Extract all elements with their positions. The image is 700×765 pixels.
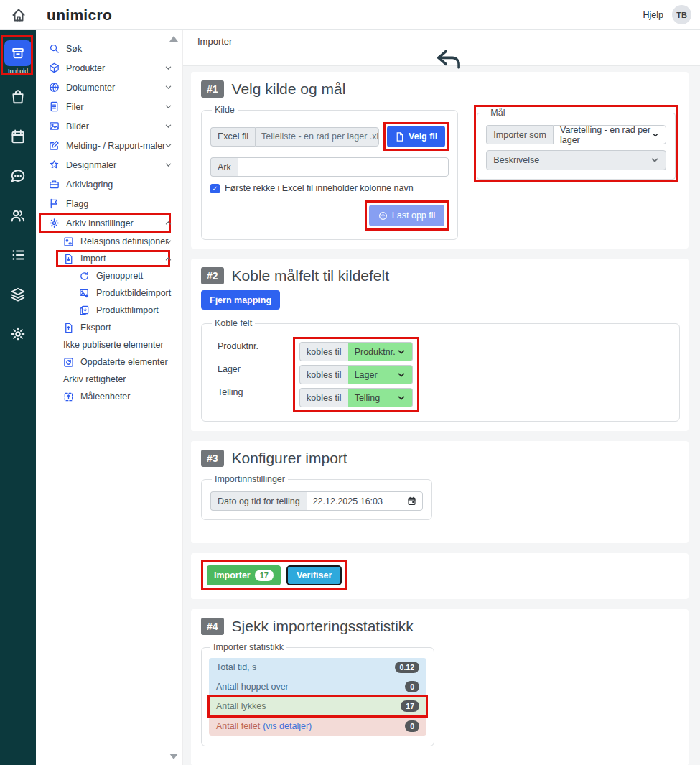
fjern-mapping-button[interactable]: Fjern mapping — [201, 290, 280, 310]
sidebar-item-label: Produktfilimport — [96, 305, 159, 315]
chevron-down-icon — [397, 348, 406, 356]
stat-value-badge: 0 — [405, 720, 419, 732]
stat-row: Antall lykkes17 — [209, 697, 426, 716]
importer-count-badge: 17 — [255, 570, 274, 581]
section-number-badge: #1 — [201, 80, 224, 98]
checkbox-label: Første rekke i Excel fil inneholder kolo… — [225, 183, 414, 193]
section-statistikk: #4 Sjekk importeringsstatistikk Importer… — [191, 609, 689, 765]
sidebar-item-eksport[interactable]: Eksport — [36, 319, 182, 336]
sidebar-item-oppdaterte-elementer[interactable]: Oppdaterte elementer — [36, 353, 182, 371]
section-number-badge: #2 — [201, 267, 224, 284]
sidebar-item-bilder[interactable]: Bilder — [36, 116, 182, 136]
help-link[interactable]: Hjelp — [643, 10, 664, 20]
sidebar-item-arkiv-innstillinger[interactable]: Arkiv innstillinger — [36, 213, 182, 233]
home-icon[interactable] — [11, 7, 27, 23]
rail-item-innhold[interactable]: Innhold — [0, 30, 36, 78]
sidebar-item-label: Eksport — [80, 323, 111, 333]
beskrivelse-collapse[interactable]: Beskrivelse — [486, 150, 666, 170]
sidebar-item-relasjons-definisjoner[interactable]: Relasjons definisjoner — [36, 233, 182, 250]
scroll-down-icon[interactable] — [169, 754, 178, 759]
ark-input[interactable] — [238, 157, 449, 177]
excel-fil-label: Excel fil — [210, 127, 255, 147]
sidebar-item-dokumenter[interactable]: Dokumenter — [36, 78, 182, 97]
chat-icon[interactable] — [10, 168, 26, 184]
section-koble-felt: #2 Koble målfelt til kildefelt Fjern map… — [191, 259, 689, 431]
cube-icon — [49, 62, 60, 73]
chevron-down-icon — [164, 142, 172, 149]
section-number-badge: #4 — [201, 618, 224, 635]
target-field-label: Produktnr. — [218, 341, 293, 361]
sidebar-item-import[interactable]: Import — [36, 250, 182, 267]
sidebar-item-filer[interactable]: Filer — [36, 97, 182, 116]
sidebar-item-label: Søk — [66, 44, 82, 54]
annotation-box: Mål Importer som Varetelling - en rad pe… — [474, 105, 678, 182]
calendar-icon[interactable] — [10, 129, 26, 144]
section-konfigurer: #3 Konfigurer import Importinnstillinger… — [191, 441, 689, 543]
stat-label: Antall feilet — [216, 721, 260, 731]
section-number-badge: #3 — [201, 450, 224, 467]
sidebar-item-flagg[interactable]: Flagg — [36, 194, 182, 213]
brand-logo[interactable]: unimicro — [47, 6, 112, 24]
velg-fil-button[interactable]: Velg fil — [387, 126, 445, 147]
date-input[interactable]: 22.12.2025 16:03 — [307, 491, 423, 511]
chevron-down-icon — [397, 371, 406, 379]
main-header: Importer — [183, 30, 700, 66]
sidebar-item-label: Import — [80, 254, 106, 264]
chevron-down-icon — [164, 103, 172, 111]
mapping-select-telling[interactable]: Telling — [348, 388, 413, 407]
importer-som-select[interactable]: Varetelling - en rad per lager — [553, 125, 666, 144]
user-avatar[interactable]: TB — [672, 5, 691, 24]
chevron-down-icon — [397, 394, 406, 402]
sidebar-item-produkter[interactable]: Produkter — [36, 58, 182, 78]
sidebar-item-arkivlagring[interactable]: Arkivlagring — [36, 175, 182, 194]
sidebar-item-label: Gjenopprett — [96, 271, 143, 281]
sidebar-nav: SøkProdukterDokumenterFilerBilderMelding… — [36, 30, 182, 405]
actions-bar: Importer 17 Verifiser — [191, 553, 689, 599]
importer-button[interactable]: Importer 17 — [207, 565, 281, 585]
chevron-up-icon — [164, 255, 172, 263]
kilde-fieldset: Kilde Excel fil Telleliste - en rad per … — [201, 105, 458, 240]
shopping-bag-icon[interactable] — [10, 89, 26, 105]
koble-felt-fieldset: Koble felt Produktnr.LagerTelling kobles… — [201, 318, 680, 422]
sidebar-item-melding-rapport-maler[interactable]: Melding- / Rapport-maler — [36, 136, 182, 155]
vis-detaljer-link[interactable]: (vis detaljer) — [263, 721, 312, 731]
ark-label: Ark — [210, 157, 238, 177]
relation-icon — [63, 236, 74, 247]
sidebar-item-label: Designmaler — [66, 160, 116, 170]
first-row-checkbox[interactable]: ✓ — [210, 184, 220, 193]
gear-icon[interactable] — [10, 326, 26, 342]
sidebar-item-måleenheter[interactable]: Måleenheter — [36, 388, 182, 405]
sidebar-item-produktbildeimport[interactable]: Produktbildeimport — [36, 284, 182, 302]
importinnstillinger-fieldset: Importinnstillinger Dato og tid for tell… — [201, 474, 432, 520]
sidebar-item-søk[interactable]: Søk — [36, 39, 182, 58]
stat-row: Total tid, s0.12 — [209, 658, 426, 677]
sidebar-item-label: Dokumenter — [66, 83, 115, 93]
kobles-til-label: kobles til — [299, 342, 348, 361]
flag-icon — [49, 198, 60, 209]
annotation-box: Importer 17 Verifiser — [201, 560, 347, 590]
verifiser-button[interactable]: Verifiser — [286, 565, 342, 585]
sidebar-item-arkiv-rettigheter[interactable]: Arkiv rettigheter — [36, 371, 182, 388]
restore-icon — [79, 271, 90, 282]
sidebar-item-label: Oppdaterte elementer — [80, 357, 168, 367]
sidebar-item-label: Arkiv innstillinger — [66, 218, 134, 228]
tasks-icon[interactable] — [10, 247, 26, 263]
refresh-square-icon — [63, 357, 74, 368]
sidebar-item-ikke-publiserte-elementer[interactable]: Ikke publiserte elementer — [36, 336, 182, 353]
annotation-box: Velg fil — [383, 122, 449, 151]
mapping-select-produktnr[interactable]: Produktnr. — [348, 342, 413, 361]
calendar-icon[interactable] — [407, 496, 416, 506]
sidebar-item-gjenopprett[interactable]: Gjenopprett — [36, 267, 182, 284]
chevron-up-icon — [164, 219, 172, 227]
target-field-label: Lager — [218, 364, 293, 384]
sidebar-item-designmaler[interactable]: Designmaler — [36, 155, 182, 175]
last-opp-fil-button[interactable]: Last opp fil — [369, 205, 444, 226]
sidebar-item-label: Filer — [66, 102, 83, 112]
file-icon — [49, 101, 60, 112]
mapping-select-lager[interactable]: Lager — [348, 365, 413, 384]
annotation-box: Last opp fil — [365, 200, 449, 231]
layers-icon[interactable] — [10, 287, 26, 302]
stat-label: Antall lykkes — [216, 701, 266, 711]
sidebar-item-produktfilimport[interactable]: Produktfilimport — [36, 302, 182, 319]
people-icon[interactable] — [10, 208, 26, 223]
